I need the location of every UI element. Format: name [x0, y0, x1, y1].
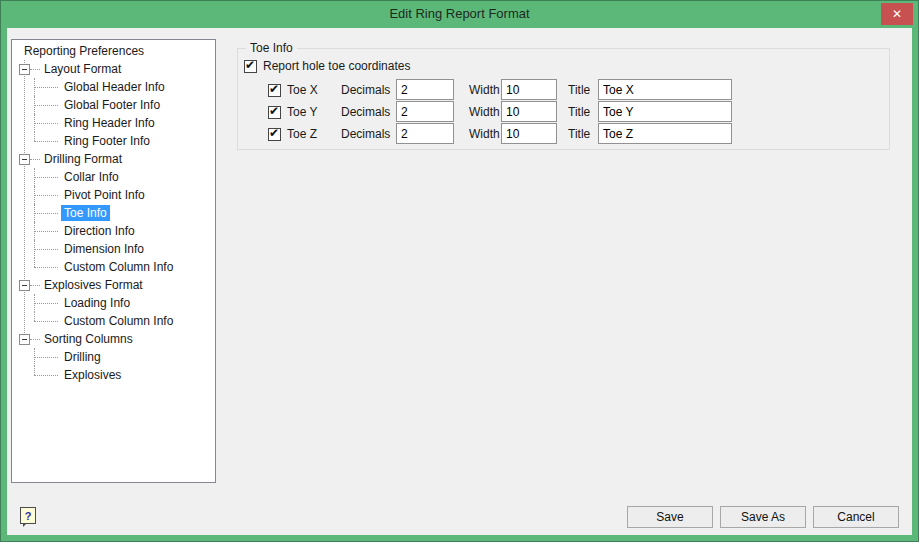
tree-item-label: Drilling	[61, 349, 104, 365]
tree-connector-line	[34, 105, 58, 106]
width-input[interactable]	[501, 123, 557, 144]
tree-item[interactable]: Collar Info	[12, 168, 215, 186]
width-input[interactable]	[501, 79, 557, 100]
tree-item[interactable]: Global Footer Info	[12, 96, 215, 114]
tree-item[interactable]: Drilling Format	[12, 150, 215, 168]
tree-item-label: Reporting Preferences	[21, 43, 147, 59]
tree-item-label: Sorting Columns	[41, 331, 136, 347]
tree-item-label: Custom Column Info	[61, 259, 176, 275]
tree-item[interactable]: Custom Column Info	[12, 258, 215, 276]
report-toe-coordinates-label: Report hole toe coordinates	[263, 59, 410, 73]
tree-connector-line	[34, 267, 58, 268]
tree-connector-line	[30, 339, 40, 340]
collapse-icon[interactable]	[19, 280, 30, 291]
tree-item[interactable]: Custom Column Info	[12, 312, 215, 330]
tree-item[interactable]: Direction Info	[12, 222, 215, 240]
title-label: Title	[568, 83, 590, 97]
title-input[interactable]	[598, 101, 732, 122]
tree-connector-line	[34, 195, 58, 196]
edit-ring-report-format-dialog: Edit Ring Report Format ✕ Reporting Pref…	[0, 0, 919, 542]
toe-checkbox-label: Toe Z	[287, 127, 317, 141]
tree-panel: Reporting Preferences Layout Format Glob…	[11, 39, 216, 483]
tree-item[interactable]: Loading Info	[12, 294, 215, 312]
tree-connector-line	[34, 357, 58, 358]
toe-checkbox[interactable]: ✔ Toe Z	[268, 123, 317, 145]
tree-connector-line	[34, 177, 58, 178]
collapse-icon[interactable]	[19, 334, 30, 345]
tree-connector-line	[34, 213, 58, 214]
footer-buttons: Save Save As Cancel	[627, 506, 899, 528]
tree-item[interactable]: Sorting Columns	[12, 330, 215, 348]
tree-item-label: Ring Footer Info	[61, 133, 153, 149]
tree-item[interactable]: Pivot Point Info	[12, 186, 215, 204]
decimals-label: Decimals	[341, 105, 390, 119]
tree-connector-line	[30, 285, 40, 286]
title-input[interactable]	[598, 123, 732, 144]
tree-connector-line	[34, 303, 58, 304]
tree-item-label: Explosives	[61, 367, 124, 383]
save-button[interactable]: Save	[627, 506, 713, 528]
width-input[interactable]	[501, 101, 557, 122]
toe-field-row: ✔ Toe X Decimals Width Title	[238, 79, 889, 101]
tree-connector-line	[34, 321, 58, 322]
checkbox-icon: ✔	[244, 60, 257, 73]
tree-item[interactable]: Ring Footer Info	[12, 132, 215, 150]
decimals-label: Decimals	[341, 127, 390, 141]
report-toe-coordinates-checkbox[interactable]: ✔ Report hole toe coordinates	[244, 59, 410, 73]
tree-connector-line	[34, 132, 35, 141]
tree-item-label: Drilling Format	[41, 151, 125, 167]
tree-item[interactable]: Toe Info	[12, 204, 215, 222]
window-frame: Reporting Preferences Layout Format Glob…	[1, 28, 918, 541]
checkbox-icon: ✔	[268, 128, 281, 141]
tree-item[interactable]: Explosives	[12, 366, 215, 384]
tree-item[interactable]: Dimension Info	[12, 240, 215, 258]
width-label: Width	[469, 105, 500, 119]
tree-item[interactable]: Layout Format	[12, 60, 215, 78]
tree-item[interactable]: Reporting Preferences	[12, 42, 215, 60]
tree-item[interactable]: Drilling	[12, 348, 215, 366]
toe-checkbox[interactable]: ✔ Toe X	[268, 79, 318, 101]
tree-item-label: Direction Info	[61, 223, 138, 239]
decimals-input[interactable]	[396, 123, 454, 144]
width-label: Width	[469, 127, 500, 141]
tree-item[interactable]: Global Header Info	[12, 78, 215, 96]
collapse-icon[interactable]	[19, 64, 30, 75]
decimals-input[interactable]	[396, 101, 454, 122]
tree-item-label: Dimension Info	[61, 241, 147, 257]
help-button[interactable]: ?	[20, 507, 36, 524]
width-label: Width	[469, 83, 500, 97]
tree-connector-line	[30, 159, 40, 160]
checkbox-icon: ✔	[268, 84, 281, 97]
toe-checkbox-label: Toe Y	[287, 105, 317, 119]
tree-item-label: Loading Info	[61, 295, 133, 311]
toe-field-row: ✔ Toe Y Decimals Width Title	[238, 101, 889, 123]
toe-checkbox-label: Toe X	[287, 83, 318, 97]
tree-item-label: Layout Format	[41, 61, 124, 77]
close-icon: ✕	[892, 7, 902, 21]
checkbox-icon: ✔	[268, 106, 281, 119]
title-label: Title	[568, 105, 590, 119]
tree-item[interactable]: Explosives Format	[12, 276, 215, 294]
tree-item[interactable]: Ring Header Info	[12, 114, 215, 132]
dialog-body: Reporting Preferences Layout Format Glob…	[7, 28, 912, 535]
tree-item-label: Global Footer Info	[61, 97, 163, 113]
title-label: Title	[568, 127, 590, 141]
toe-field-row: ✔ Toe Z Decimals Width Title	[238, 123, 889, 145]
tree-connector-line	[34, 366, 35, 375]
tree-item-label: Collar Info	[61, 169, 122, 185]
toe-checkbox[interactable]: ✔ Toe Y	[268, 101, 317, 123]
title-input[interactable]	[598, 79, 732, 100]
cancel-button[interactable]: Cancel	[813, 506, 899, 528]
close-button[interactable]: ✕	[881, 3, 913, 25]
tree-item-label: Ring Header Info	[61, 115, 158, 131]
tree-connector-line	[30, 69, 40, 70]
tree-connector-line	[34, 141, 58, 142]
save-as-button[interactable]: Save As	[720, 506, 806, 528]
tree-item-label: Toe Info	[61, 205, 110, 221]
decimals-label: Decimals	[341, 83, 390, 97]
title-bar: Edit Ring Report Format ✕	[1, 1, 918, 28]
decimals-input[interactable]	[396, 79, 454, 100]
tree-connector-line	[34, 231, 58, 232]
collapse-icon[interactable]	[19, 154, 30, 165]
window-title: Edit Ring Report Format	[1, 6, 918, 21]
